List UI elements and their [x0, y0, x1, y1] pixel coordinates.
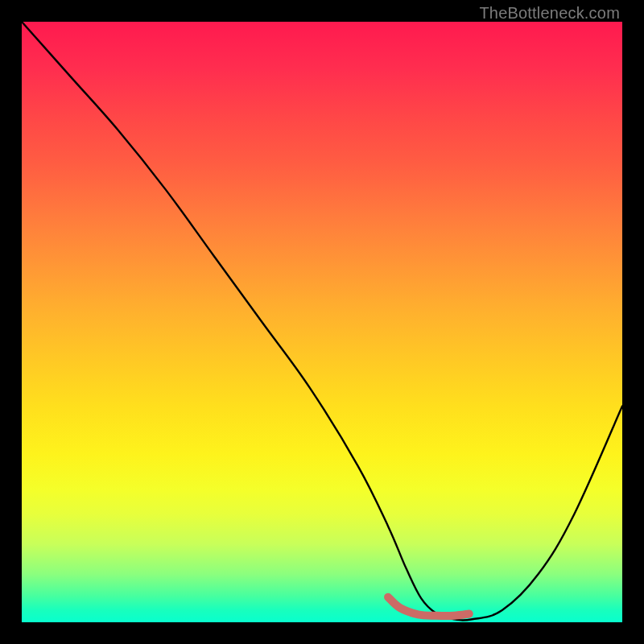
watermark-text: TheBottleneck.com [479, 4, 620, 23]
plot-area [22, 22, 622, 622]
chart-svg [22, 22, 622, 622]
bottleneck-curve-path [22, 22, 622, 621]
chart-container: TheBottleneck.com [0, 0, 644, 644]
